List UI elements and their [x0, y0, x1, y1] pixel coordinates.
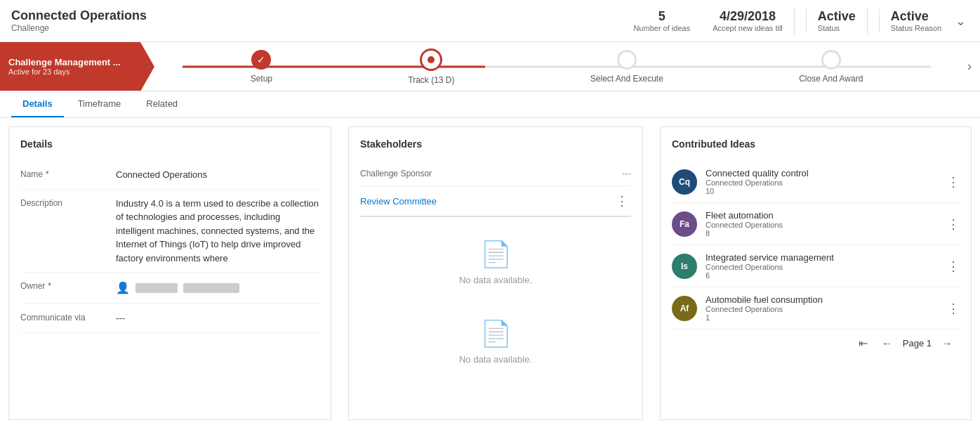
idea-count: 6: [706, 271, 939, 280]
idea-more-button[interactable]: ⋮: [947, 174, 960, 190]
page-subtitle: Challenge: [11, 23, 633, 33]
stakeholders-panel-title: Stakeholders: [360, 138, 631, 150]
main-content: Details Name* Connected Operations Descr…: [0, 118, 980, 429]
contributed-ideas-title: Contributed Ideas: [672, 138, 960, 150]
no-data-text-2: No data available.: [459, 354, 532, 365]
idea-more-button[interactable]: ⋮: [947, 259, 960, 274]
tab-details[interactable]: Details: [11, 91, 64, 117]
idea-info: Integrated service managementConnected O…: [706, 252, 939, 280]
idea-info: Connected quality controlConnected Opera…: [706, 168, 939, 195]
idea-title: Connected quality control: [706, 168, 939, 178]
person-icon: 👤: [116, 280, 130, 297]
idea-row: FaFleet automationConnected Operations8⋮: [672, 203, 960, 245]
ideas-count-value: 5: [633, 9, 690, 24]
stage-circle-setup: ✓: [251, 50, 271, 70]
field-description: Description Industry 4.0 is a term used …: [20, 190, 319, 273]
review-committee-more-button[interactable]: ⋮: [613, 193, 631, 209]
idea-sub: Connected Operations: [706, 178, 939, 187]
name-label: Name*: [20, 168, 105, 179]
stages-container: ✓ Setup Track (13 D) Select And Execute …: [140, 48, 959, 85]
ideas-count-label: Number of ideas: [633, 24, 690, 32]
challenge-sponsor-row: Challenge Sponsor ---: [360, 161, 631, 186]
idea-count: 8: [706, 229, 939, 237]
stakeholders-panel: Stakeholders Challenge Sponsor --- Revie…: [348, 126, 643, 420]
status-group: Active Status: [806, 9, 856, 32]
idea-avatar: Fa: [672, 211, 697, 237]
stage-circle-track: [420, 48, 442, 71]
owner-row: 👤: [116, 280, 319, 297]
ideas-list: CqConnected quality controlConnected Ope…: [672, 161, 960, 330]
divider: [794, 7, 795, 35]
stage-circle-select: [617, 50, 637, 70]
status-reason-group: Active Status Reason: [879, 9, 941, 32]
header-title: Connected Operations Challenge: [11, 8, 633, 33]
date-label: Accept new ideas till: [713, 24, 783, 32]
tab-timeframe[interactable]: Timeframe: [67, 91, 133, 117]
idea-more-button[interactable]: ⋮: [947, 216, 960, 232]
idea-info: Automobile fuel consumptionConnected Ope…: [706, 294, 939, 322]
idea-row: CqConnected quality controlConnected Ope…: [672, 161, 960, 203]
stage-circle-close: [821, 50, 841, 70]
stage-label-close: Close And Award: [799, 74, 863, 84]
ideas-count-stat: 5 Number of ideas: [633, 9, 690, 32]
idea-title: Integrated service management: [706, 252, 939, 263]
pagination: ⇤ ← Page 1 →: [672, 330, 960, 351]
name-required: *: [46, 169, 49, 179]
stage-nav-right[interactable]: ›: [959, 42, 980, 91]
no-data-icon-1: 📄: [480, 240, 512, 269]
status-reason-label: Status Reason: [891, 24, 941, 32]
date-value: 4/29/2018: [713, 9, 783, 24]
stage-setup: ✓ Setup: [251, 50, 272, 84]
idea-sub: Connected Operations: [706, 221, 939, 229]
field-name: Name* Connected Operations: [20, 161, 319, 190]
header-stats: 5 Number of ideas 4/29/2018 Accept new i…: [633, 9, 782, 32]
owner-value: 👤: [116, 280, 319, 297]
stage-nav-left[interactable]: ‹: [140, 42, 155, 91]
field-communicate: Communicate via ---: [20, 304, 319, 333]
page-prev-button[interactable]: ←: [878, 336, 897, 351]
owner-blurred-1: [135, 283, 178, 293]
pill-title: Challenge Management ...: [8, 57, 132, 67]
review-committee-row: Review Committee ⋮: [360, 186, 631, 217]
pill-sub: Active for 23 days: [8, 67, 132, 76]
idea-row: AfAutomobile fuel consumptionConnected O…: [672, 287, 960, 330]
contributed-ideas-panel: Contributed Ideas CqConnected quality co…: [660, 126, 972, 420]
page-label: Page 1: [903, 338, 932, 348]
idea-count: 10: [706, 187, 939, 195]
idea-info: Fleet automationConnected Operations8: [706, 210, 939, 237]
idea-title: Automobile fuel consumption: [706, 294, 939, 305]
header-expand-button[interactable]: ⌄: [953, 11, 969, 32]
status-section: Active Status Active Status Reason ⌄: [794, 7, 969, 35]
owner-required: *: [48, 281, 51, 291]
idea-avatar: Cq: [672, 169, 697, 195]
idea-row: IsIntegrated service managementConnected…: [672, 245, 960, 287]
idea-title: Fleet automation: [706, 210, 939, 221]
challenge-sponsor-value: ---: [622, 168, 631, 178]
page-first-button[interactable]: ⇤: [854, 335, 872, 351]
details-panel-title: Details: [20, 138, 319, 150]
date-stat: 4/29/2018 Accept new ideas till: [713, 9, 783, 32]
description-value: Industry 4.0 is a term used to describe …: [116, 197, 319, 266]
sponsor-no-data: 📄 No data available.: [360, 302, 631, 382]
idea-avatar: Is: [672, 254, 697, 279]
challenge-pill[interactable]: Challenge Management ... Active for 23 d…: [0, 42, 140, 91]
idea-more-button[interactable]: ⋮: [947, 301, 960, 316]
review-committee-no-data: 📄 No data available.: [360, 223, 631, 302]
status-label: Status: [818, 24, 856, 32]
divider2: [867, 7, 868, 35]
stage-select: Select And Execute: [590, 50, 663, 84]
status-reason-value: Active: [891, 9, 941, 24]
stage-track-stage: Track (13 D): [408, 48, 454, 85]
page-next-button[interactable]: →: [937, 336, 957, 351]
tab-related[interactable]: Related: [135, 91, 189, 117]
header: Connected Operations Challenge 5 Number …: [0, 0, 980, 42]
communicate-value: ---: [116, 311, 319, 325]
challenge-sponsor-label: Challenge Sponsor: [360, 169, 432, 178]
process-bar: Challenge Management ... Active for 23 d…: [0, 42, 980, 91]
details-panel: Details Name* Connected Operations Descr…: [8, 126, 331, 420]
status-value: Active: [818, 9, 856, 24]
stage-label-setup: Setup: [251, 74, 272, 84]
owner-blurred-2: [183, 283, 239, 293]
stage-close: Close And Award: [799, 50, 863, 84]
field-owner: Owner* 👤: [20, 273, 319, 304]
